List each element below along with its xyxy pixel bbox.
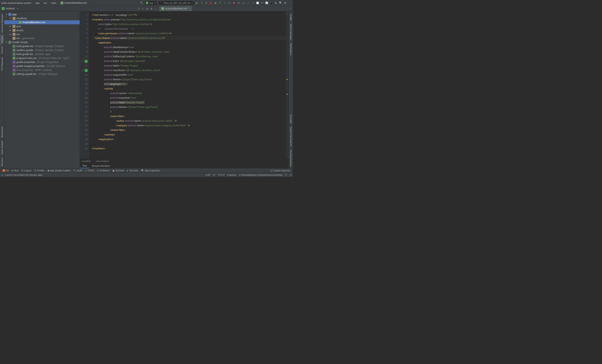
rail-device-file-explorer[interactable]: Device File Explorer bbox=[289, 125, 293, 148]
line-separator[interactable]: LF bbox=[213, 174, 215, 176]
tw-services[interactable]: ▶Services bbox=[126, 169, 139, 172]
gear-icon[interactable]: ⚙ bbox=[150, 7, 153, 10]
code-area[interactable]: <?xml version="1.0" encoding="utf-8"?> <… bbox=[89, 11, 286, 159]
tree-node[interactable]: build.gradle.kts (Module :app) bbox=[4, 52, 80, 56]
memory-indicator-icon[interactable]: ▭ bbox=[290, 174, 291, 176]
tree-node-java[interactable]: java bbox=[4, 24, 80, 28]
history-icon[interactable]: 🕓 bbox=[256, 1, 259, 5]
tw-terminal[interactable]: ▣Terminal bbox=[111, 169, 125, 172]
run-config-selector[interactable]: app ▼ bbox=[144, 1, 157, 5]
tree-node[interactable]: gradle-wrapper.properties (Gradle Versio… bbox=[4, 64, 80, 68]
breadcrumb-item[interactable]: kotlin-android-starter-project bbox=[1, 2, 31, 4]
warning-marker[interactable] bbox=[286, 94, 288, 95]
more-tabs-icon[interactable]: ⋮ bbox=[287, 7, 293, 10]
apply-code-icon[interactable]: ≡ bbox=[204, 1, 208, 5]
commit-icon[interactable]: ✓ bbox=[247, 1, 250, 5]
settings-icon[interactable]: ⚙ bbox=[283, 1, 287, 5]
breadcrumb-item[interactable]: main bbox=[51, 2, 56, 4]
tree-node-manifests[interactable]: manifests bbox=[4, 16, 80, 20]
rail-device-manager[interactable]: Device Manager bbox=[289, 22, 293, 42]
apply-changes-icon[interactable]: ⟲ bbox=[200, 1, 204, 5]
project-tree[interactable]: app manifests M AndroidManifest.xml java… bbox=[4, 11, 80, 168]
tw-profiler[interactable]: ⏱Profiler bbox=[33, 169, 46, 172]
rollback-icon[interactable]: ↶ bbox=[260, 1, 264, 5]
tw-problems[interactable]: ⊘Problems bbox=[96, 169, 110, 172]
tree-node-assets[interactable]: assets bbox=[4, 28, 80, 32]
sync-icon[interactable]: 🔄 bbox=[265, 1, 269, 5]
launcher-gutter-icon[interactable] bbox=[85, 60, 88, 63]
lock-icon[interactable] bbox=[285, 174, 287, 176]
editor-breadcrumb-item[interactable]: uses-feature bbox=[96, 160, 109, 162]
rail-project[interactable]: Project bbox=[0, 34, 4, 44]
coverage-icon[interactable]: ◉ bbox=[214, 1, 217, 5]
tree-node[interactable]: local.properties (SDK Location) bbox=[4, 68, 80, 72]
breadcrumb-item[interactable]: M AndroidManifest.xml bbox=[60, 1, 87, 4]
project-view-selector[interactable]: Android bbox=[0, 7, 137, 10]
tw-run[interactable]: ▶Run bbox=[11, 169, 20, 172]
breadcrumb-item[interactable]: app bbox=[36, 2, 40, 4]
tree-node-gradle-scripts[interactable]: Gradle Scripts bbox=[4, 40, 80, 44]
attach-icon[interactable]: ⬆ bbox=[227, 1, 231, 5]
tw-app-quality[interactable]: ◆App Quality Insights bbox=[46, 169, 72, 172]
rail-structure[interactable]: Structure bbox=[0, 156, 4, 168]
close-icon[interactable]: × bbox=[188, 7, 190, 10]
collapse-icon[interactable]: ≣ bbox=[146, 7, 149, 10]
rail-gradle[interactable]: Gradle bbox=[289, 12, 293, 22]
tree-node-res[interactable]: res bbox=[4, 32, 80, 36]
update-project-icon[interactable]: ↙ bbox=[242, 1, 246, 5]
search-icon[interactable]: 🔍 bbox=[279, 1, 282, 5]
launcher-gutter-icon[interactable] bbox=[85, 69, 88, 72]
avd-icon[interactable]: 📱 bbox=[269, 1, 273, 5]
run-icon[interactable]: ▶ bbox=[195, 1, 199, 5]
inspection-strip[interactable]: ✓ bbox=[286, 11, 289, 159]
device-selector[interactable]: 📱 Pixel_3a_API_33_x86_64 ▼ bbox=[158, 1, 194, 5]
tree-node[interactable]: build.gradle.kts (Project: Sample_Projec… bbox=[4, 44, 80, 48]
git-branch[interactable]: 🏷 tutorial/jetpack-compose/camerax/setup bbox=[239, 174, 283, 176]
tab-merged-manifest[interactable]: Merged Manifest bbox=[89, 164, 112, 168]
hide-icon[interactable]: — bbox=[154, 7, 157, 10]
caret-position[interactable]: 6:63 bbox=[206, 174, 210, 176]
sdk-icon[interactable]: ⬇ bbox=[274, 1, 278, 5]
rail-build-variants[interactable]: Build Variants bbox=[0, 139, 4, 156]
rail-commit[interactable]: Commit bbox=[0, 44, 4, 55]
rail-running-devices[interactable]: Running Devices bbox=[289, 148, 293, 168]
tree-node[interactable]: proguard-rules.pro (ProGuard Rules for "… bbox=[4, 56, 80, 60]
stop-icon[interactable]: ■ bbox=[232, 1, 236, 5]
debug-icon[interactable]: 🐞 bbox=[209, 1, 213, 5]
breadcrumb-item[interactable]: src bbox=[44, 2, 47, 4]
push-icon[interactable]: ↗ bbox=[251, 1, 255, 5]
rail-notifications[interactable]: Notifications bbox=[289, 42, 293, 57]
editor-breadcrumb-item[interactable]: manifest bbox=[82, 160, 91, 162]
tab-text[interactable]: Text bbox=[80, 164, 89, 168]
android-icon bbox=[2, 7, 5, 10]
profile-icon[interactable]: ⏱ bbox=[218, 1, 222, 5]
editor-tab[interactable]: M AndroidManifest.xml × bbox=[159, 6, 192, 11]
editor-body[interactable]: 12345 6 78910 11 12 13 14151617181920 21… bbox=[80, 11, 289, 159]
tw-build[interactable]: 🔨Build bbox=[72, 169, 84, 172]
file-encoding[interactable]: UTF-8 bbox=[218, 174, 225, 176]
tw-logcat[interactable]: ☰Logcat bbox=[20, 169, 32, 172]
tree-node-res-gen[interactable]: res (generated) bbox=[4, 36, 80, 40]
gutter[interactable]: 12345 6 78910 11 12 13 14151617181920 21… bbox=[80, 11, 89, 159]
tw-layout-inspector[interactable]: ◫Layout Inspector bbox=[269, 169, 291, 172]
rail-emulator[interactable]: Emulator bbox=[289, 113, 293, 125]
target-icon[interactable]: ⊙ bbox=[137, 7, 140, 10]
expand-icon[interactable]: ≡ bbox=[141, 7, 145, 10]
tree-node-app[interactable]: app bbox=[4, 12, 80, 16]
hammer-icon[interactable]: 🔨 bbox=[140, 1, 143, 5]
tree-node[interactable]: spotless.gradle (Project: Sample_Project… bbox=[4, 48, 80, 52]
warning-marker[interactable] bbox=[286, 79, 288, 80]
avatar[interactable] bbox=[288, 1, 291, 5]
tw-app-inspection[interactable]: 🔍App Inspection bbox=[140, 169, 161, 172]
tw-git[interactable]: Git bbox=[1, 169, 10, 172]
window-icon[interactable]: ◻ bbox=[1, 174, 3, 176]
attach-debugger-dropdown[interactable]: ▼ bbox=[223, 1, 226, 5]
tree-node-manifest-file[interactable]: M AndroidManifest.xml bbox=[4, 20, 80, 24]
rail-resource-manager[interactable]: Resource Manager bbox=[0, 12, 4, 34]
tree-node[interactable]: gradle.properties (Project Properties) bbox=[4, 60, 80, 64]
tw-todo[interactable]: ≡TODO bbox=[84, 169, 95, 172]
rail-bookmarks[interactable]: Bookmarks bbox=[0, 125, 4, 139]
tree-node[interactable]: settings.gradle.kts (Project Settings) bbox=[4, 72, 80, 76]
rail-pull-requests[interactable]: Pull Requests bbox=[0, 55, 4, 72]
indent-setting[interactable]: 4 spaces bbox=[227, 174, 236, 176]
